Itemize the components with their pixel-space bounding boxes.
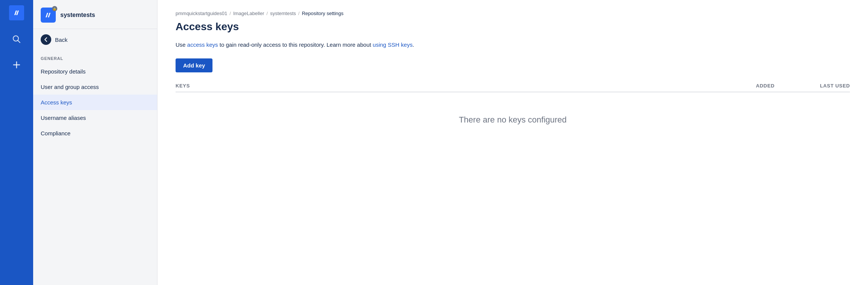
breadcrumb-item-3[interactable]: systemtests <box>270 11 296 16</box>
repo-name: systemtests <box>60 12 95 18</box>
add-key-button[interactable]: Add key <box>176 58 212 72</box>
sidebar-header: 🔒 systemtests <box>33 0 157 29</box>
description-prefix: Use <box>176 41 187 48</box>
sidebar-item-label: User and group access <box>41 84 99 90</box>
sidebar-item-label: Repository details <box>41 68 86 75</box>
logo-icon <box>9 5 24 20</box>
sidebar-item-label: Access keys <box>41 99 72 106</box>
page-title: Access keys <box>176 21 850 33</box>
sidebar-item-access-keys[interactable]: Access keys <box>33 95 157 110</box>
sidebar: 🔒 systemtests Back GENERAL Repository de… <box>33 0 157 285</box>
general-section-label: GENERAL <box>33 50 157 64</box>
ssh-keys-link[interactable]: using SSH keys <box>373 41 413 48</box>
svg-marker-8 <box>48 13 50 17</box>
back-label: Back <box>55 37 67 43</box>
sidebar-item-label: Compliance <box>41 130 70 136</box>
breadcrumb-sep-2: / <box>266 11 268 16</box>
sidebar-item-label: Username aliases <box>41 115 86 121</box>
global-logo[interactable] <box>8 5 25 21</box>
sidebar-item-compliance[interactable]: Compliance <box>33 126 157 141</box>
description-suffix: . <box>413 41 414 48</box>
global-nav <box>0 0 33 285</box>
add-nav-item[interactable] <box>9 57 24 72</box>
breadcrumb-sep-1: / <box>229 11 231 16</box>
breadcrumb: pmmquickstartguides01 / ImageLabeller / … <box>176 11 850 16</box>
search-nav-item[interactable] <box>9 32 24 47</box>
table-header: Keys Added Last used <box>176 83 850 92</box>
svg-marker-7 <box>46 13 48 17</box>
col-added: Added <box>692 83 775 89</box>
breadcrumb-sep-3: / <box>298 11 300 16</box>
access-keys-link[interactable]: access keys <box>187 41 218 48</box>
sidebar-item-repository-details[interactable]: Repository details <box>33 64 157 79</box>
sidebar-item-user-group-access[interactable]: User and group access <box>33 79 157 95</box>
sidebar-item-username-aliases[interactable]: Username aliases <box>33 110 157 126</box>
back-button[interactable]: Back <box>33 29 157 50</box>
lock-badge: 🔒 <box>52 6 57 11</box>
col-last-used: Last used <box>775 83 850 89</box>
description-middle: to gain read-only access to this reposit… <box>218 41 373 48</box>
breadcrumb-item-1[interactable]: pmmquickstartguides01 <box>176 11 227 16</box>
breadcrumb-item-2[interactable]: ImageLabeller <box>233 11 264 16</box>
col-keys: Keys <box>176 83 692 89</box>
breadcrumb-item-4: Repository settings <box>302 11 344 16</box>
main-content: pmmquickstartguides01 / ImageLabeller / … <box>157 0 868 285</box>
description: Use access keys to gain read-only access… <box>176 40 850 49</box>
repo-icon: 🔒 <box>41 8 56 23</box>
svg-line-4 <box>18 41 20 43</box>
back-icon <box>41 34 51 45</box>
empty-state-message: There are no keys configured <box>176 92 850 147</box>
svg-rect-0 <box>12 8 21 17</box>
